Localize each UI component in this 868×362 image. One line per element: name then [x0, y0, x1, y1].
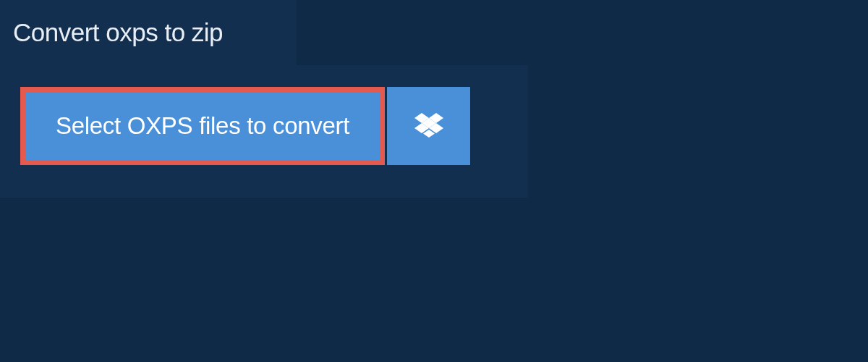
- content-panel: Select OXPS files to convert: [0, 65, 528, 198]
- highlighted-region: Select OXPS files to convert: [20, 87, 385, 165]
- tab-convert[interactable]: Convert oxps to zip: [0, 0, 297, 65]
- action-button-row: Select OXPS files to convert: [20, 87, 508, 165]
- dropbox-icon: [414, 113, 443, 139]
- tab-strip: Convert oxps to zip: [0, 0, 868, 65]
- select-files-label: Select OXPS files to convert: [56, 112, 349, 140]
- dropbox-button[interactable]: [387, 87, 470, 165]
- select-files-button[interactable]: Select OXPS files to convert: [25, 92, 380, 160]
- tab-label: Convert oxps to zip: [13, 18, 223, 46]
